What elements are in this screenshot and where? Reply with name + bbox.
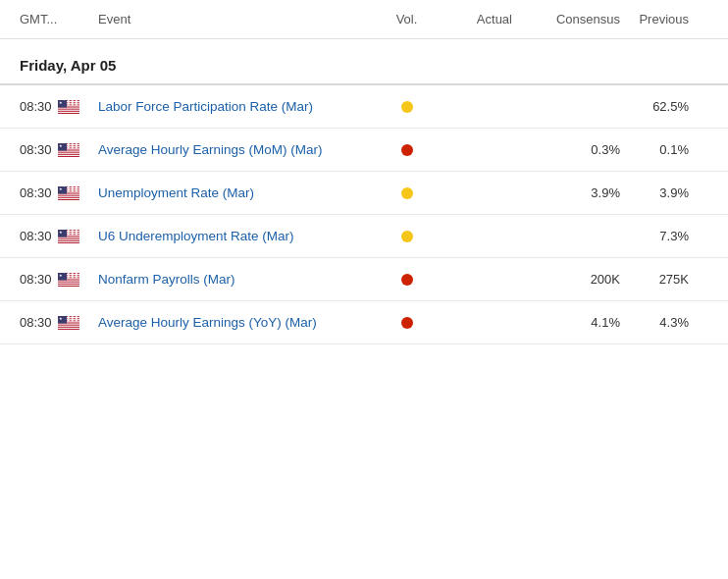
previous-value: 4.3% xyxy=(620,315,708,330)
volatility-dot xyxy=(401,187,413,199)
svg-rect-38 xyxy=(58,238,79,239)
svg-rect-18 xyxy=(58,143,67,151)
time-value: 08:30 xyxy=(20,142,52,157)
svg-rect-60 xyxy=(58,325,79,326)
flag-us-icon: ★★★★★★ ★★★★★★ ★★★★★★ xyxy=(58,316,79,330)
svg-rect-16 xyxy=(58,152,79,153)
svg-text:★★★★★★: ★★★★★★ xyxy=(58,186,79,189)
flag-us-icon: ★★★★★★ ★★★★★★ ★★★★★★ xyxy=(58,100,79,114)
volatility-dot xyxy=(401,144,413,156)
event-link[interactable]: Average Hourly Earnings (MoM) (Mar) xyxy=(98,142,380,157)
svg-rect-59 xyxy=(58,323,79,324)
col-header-previous: Previous xyxy=(620,12,708,26)
previous-value: 0.1% xyxy=(620,142,708,157)
svg-text:★★★★★★: ★★★★★★ xyxy=(58,100,79,103)
volatility-dot xyxy=(401,317,413,329)
time-cell: 08:30 ★★★★★★ ★★★★★★ ★★★★★★ xyxy=(20,142,98,157)
svg-rect-17 xyxy=(58,154,79,155)
previous-value: 3.9% xyxy=(620,185,708,200)
previous-value: 7.3% xyxy=(620,229,708,243)
time-value: 08:30 xyxy=(20,99,52,114)
economic-calendar-table: GMT... Event Vol. Actual Consensus Previ… xyxy=(0,0,728,344)
sections-container: Friday, Apr 0508:30 ★★★★★★ ★★★★★★ ★★★★★★… xyxy=(0,39,728,344)
svg-rect-26 xyxy=(58,193,79,194)
consensus-value: 0.3% xyxy=(512,142,620,157)
consensus-value: 200K xyxy=(512,272,620,287)
table-header: GMT... Event Vol. Actual Consensus Previ… xyxy=(0,0,728,39)
svg-rect-7 xyxy=(58,100,67,108)
table-row: 08:30 ★★★★★★ ★★★★★★ ★★★★★★ U6 Underemplo… xyxy=(0,215,728,258)
event-link[interactable]: U6 Underemployment Rate (Mar) xyxy=(98,229,380,243)
date-heading: Friday, Apr 05 xyxy=(0,39,728,83)
svg-text:★★★★★★: ★★★★★★ xyxy=(58,143,79,146)
svg-rect-62 xyxy=(58,316,67,324)
time-value: 08:30 xyxy=(20,272,52,287)
svg-rect-49 xyxy=(58,282,79,283)
svg-text:★★★★★★: ★★★★★★ xyxy=(58,316,79,319)
time-cell: 08:30 ★★★★★★ ★★★★★★ ★★★★★★ xyxy=(20,315,98,330)
col-header-gmt: GMT... xyxy=(20,12,98,26)
svg-rect-6 xyxy=(58,111,79,112)
event-link[interactable]: Labor Force Participation Rate (Mar) xyxy=(98,99,380,114)
flag-us-icon: ★★★★★★ ★★★★★★ ★★★★★★ xyxy=(58,273,79,287)
volatility-indicator xyxy=(380,144,434,156)
volatility-indicator xyxy=(380,187,434,199)
col-header-actual: Actual xyxy=(434,12,512,26)
table-row: 08:30 ★★★★★★ ★★★★★★ ★★★★★★ Labor Force P… xyxy=(0,85,728,129)
time-value: 08:30 xyxy=(20,185,52,200)
col-header-consensus: Consensus xyxy=(512,12,620,26)
svg-rect-40 xyxy=(58,230,67,237)
svg-rect-4 xyxy=(58,107,79,108)
table-row: 08:30 ★★★★★★ ★★★★★★ ★★★★★★ Unemployment … xyxy=(0,172,728,215)
consensus-value: 3.9% xyxy=(512,185,620,200)
col-header-event: Event xyxy=(98,12,380,26)
flag-us-icon: ★★★★★★ ★★★★★★ ★★★★★★ xyxy=(58,186,79,200)
svg-rect-27 xyxy=(58,195,79,196)
time-cell: 08:30 ★★★★★★ ★★★★★★ ★★★★★★ xyxy=(20,229,98,243)
volatility-dot xyxy=(401,101,413,113)
svg-rect-28 xyxy=(58,197,79,198)
svg-rect-5 xyxy=(58,109,79,110)
time-cell: 08:30 ★★★★★★ ★★★★★★ ★★★★★★ xyxy=(20,99,98,114)
previous-value: 62.5% xyxy=(620,99,708,114)
table-row: 08:30 ★★★★★★ ★★★★★★ ★★★★★★ Average Hourl… xyxy=(0,129,728,172)
event-link[interactable]: Average Hourly Earnings (YoY) (Mar) xyxy=(98,315,380,330)
svg-rect-39 xyxy=(58,240,79,241)
col-header-vol: Vol. xyxy=(380,12,434,26)
svg-rect-48 xyxy=(58,280,79,281)
consensus-value: 4.1% xyxy=(512,315,620,330)
svg-text:★★★★★★: ★★★★★★ xyxy=(58,273,79,276)
table-row: 08:30 ★★★★★★ ★★★★★★ ★★★★★★ Average Hourl… xyxy=(0,301,728,344)
time-value: 08:30 xyxy=(20,315,52,330)
event-link[interactable]: Nonfarm Payrolls (Mar) xyxy=(98,272,380,287)
svg-rect-61 xyxy=(58,327,79,328)
time-value: 08:30 xyxy=(20,229,52,243)
svg-rect-50 xyxy=(58,284,79,285)
svg-rect-37 xyxy=(58,237,79,237)
svg-rect-51 xyxy=(58,273,67,281)
event-link[interactable]: Unemployment Rate (Mar) xyxy=(98,185,380,200)
svg-rect-29 xyxy=(58,186,67,194)
flag-us-icon: ★★★★★★ ★★★★★★ ★★★★★★ xyxy=(58,143,79,157)
previous-value: 275K xyxy=(620,272,708,287)
time-cell: 08:30 ★★★★★★ ★★★★★★ ★★★★★★ xyxy=(20,185,98,200)
volatility-indicator xyxy=(380,231,434,242)
volatility-indicator xyxy=(380,101,434,113)
volatility-dot xyxy=(401,274,413,286)
svg-text:★★★★★★: ★★★★★★ xyxy=(58,230,79,233)
volatility-indicator xyxy=(380,274,434,286)
table-row: 08:30 ★★★★★★ ★★★★★★ ★★★★★★ Nonfarm Payro… xyxy=(0,258,728,301)
volatility-dot xyxy=(401,231,413,242)
time-cell: 08:30 ★★★★★★ ★★★★★★ ★★★★★★ xyxy=(20,272,98,287)
flag-us-icon: ★★★★★★ ★★★★★★ ★★★★★★ xyxy=(58,230,79,243)
volatility-indicator xyxy=(380,317,434,329)
svg-rect-15 xyxy=(58,150,79,151)
